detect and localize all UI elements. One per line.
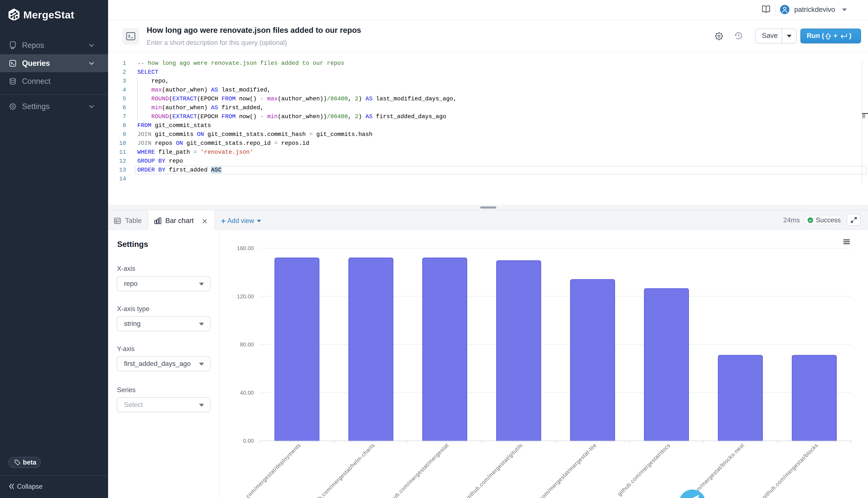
svg-text:120.00: 120.00 [237,293,254,300]
svg-text:40.00: 40.00 [240,390,254,396]
svg-text:github.com/mergestat/gitutils: github.com/mergestat/gitutils [465,442,524,498]
svg-text:github.com/mergestat/blocks-ne: github.com/mergestat/blocks-next [677,442,745,498]
svg-text:github.com/mergestat/helm-char: github.com/mergestat/helm-charts [307,442,376,498]
svg-text:github.com/mergestat/mergestat: github.com/mergestat/mergestat [385,442,450,498]
svg-text:160.00: 160.00 [237,245,254,251]
svg-text:0.00: 0.00 [243,438,254,444]
svg-text:github.com/mergestat/deploymen: github.com/mergestat/deployments [232,442,302,498]
svg-text:github.com/mergestat/blocks: github.com/mergestat/blocks [761,442,819,498]
svg-text:github.com/mergestat/docs: github.com/mergestat/docs [616,442,672,497]
svg-text:github.com/mergestat/mergestat: github.com/mergestat/mergestat-lite [525,442,598,498]
svg-text:80.00: 80.00 [240,341,254,348]
